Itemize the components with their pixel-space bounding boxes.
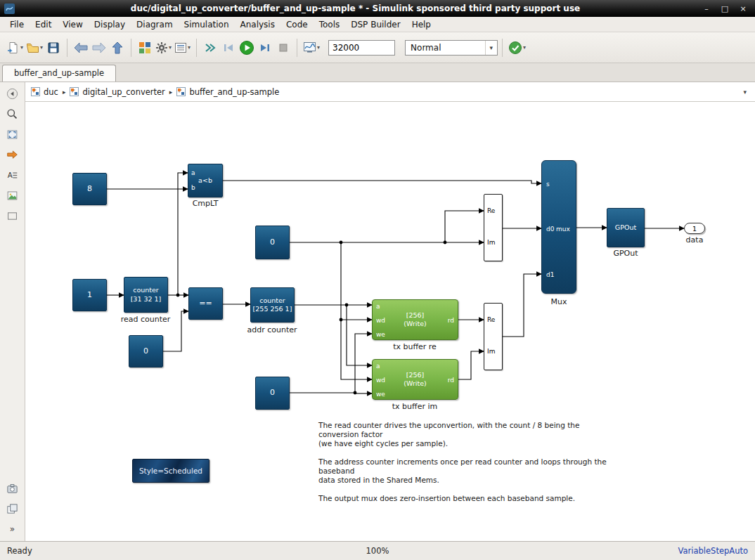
library-browser-button[interactable] [136,37,154,58]
signal-wire[interactable] [445,211,484,242]
model-canvas[interactable]: 8 a b a<b CmpLT 0 1 counter [31 [25,102,755,541]
model-explorer-button[interactable]: ▾ [173,37,192,58]
back-button[interactable] [72,37,90,58]
constant-block-0-left[interactable]: 0 [129,335,163,367]
menu-display[interactable]: Display [89,18,131,31]
open-button[interactable]: ▾ [25,37,44,58]
constant-block-1[interactable]: 1 [72,279,107,311]
scope-button[interactable]: ▾ [302,37,321,58]
menu-simulation[interactable]: Simulation [179,18,235,31]
port-label-d1: d1 [546,272,554,278]
signal-wire[interactable] [290,334,372,393]
breadcrumb-menu-button[interactable]: ▾ [740,89,749,96]
breadcrumb-label: duc [44,87,58,97]
cmplt-block[interactable]: a b a<b [188,164,223,197]
chevron-down-icon: ▾ [485,41,498,55]
up-button[interactable] [108,37,127,58]
menu-code[interactable]: Code [280,18,314,31]
maximize-button[interactable]: □ [720,4,730,13]
fast-restart-button[interactable] [201,37,219,58]
gpout-block[interactable]: GPOut [607,208,645,247]
close-button[interactable]: × [738,4,748,13]
toolbar-separator [502,39,503,57]
validate-button[interactable]: ▾ [507,37,527,58]
menu-help[interactable]: Help [406,18,437,31]
mux-block[interactable]: s d0 mux d1 [541,160,576,294]
annotation-paragraph: The output mux does zero-insertion betwe… [318,494,614,503]
menu-analysis[interactable]: Analysis [235,18,280,31]
tab-buffer-and-up-sample[interactable]: buffer_and_up-sample [2,65,116,82]
save-icon [47,41,60,54]
step-back-button[interactable] [219,37,238,58]
style-scheduled-annotation[interactable]: Style=Scheduled [132,459,209,483]
counter-line2: [255 256 1] [253,305,292,313]
constant-block-0-bottom[interactable]: 0 [255,377,290,410]
menu-tools[interactable]: Tools [314,18,346,31]
complex-combine-bottom-block[interactable]: Re Im [484,303,503,370]
block-value: 0 [129,336,162,367]
signal-wire[interactable] [341,320,372,379]
breadcrumb-item-digital-up-converter[interactable]: digital_up_converter [70,87,164,97]
annotation-text[interactable]: The read counter drives the upconvertion… [318,421,614,512]
block-value: == [189,288,222,319]
fast-restart-icon [203,41,217,54]
breadcrumb-item-duc[interactable]: duc [31,87,58,97]
signal-wire[interactable] [458,351,484,379]
fit-to-view-button[interactable] [4,126,21,142]
signal-wire[interactable] [223,181,541,183]
block-caption-mux: Mux [551,297,567,306]
port-label-im: Im [487,349,495,355]
chevron-down-icon: ▾ [20,44,23,51]
step-forward-button[interactable] [256,37,274,58]
hide-browser-button[interactable] [4,86,21,101]
read-counter-block[interactable]: counter [31 32 1] [124,277,168,313]
menu-diagram[interactable]: Diagram [131,18,179,31]
stop-button[interactable] [274,37,292,58]
shape-button[interactable] [4,208,21,223]
addr-counter-block[interactable]: counter [255 256 1] [250,287,295,323]
model-settings-button[interactable]: ▾ [154,37,173,58]
screenshot-button[interactable] [4,481,21,496]
tx-buffer-re-block[interactable]: a wd we rd [256] (Write) [372,299,458,340]
tx-buffer-im-block[interactable]: a wd we rd [256] (Write) [372,359,458,400]
image-button[interactable] [4,188,21,203]
signal-routing-button[interactable] [4,147,21,162]
signal-wire[interactable] [178,173,188,295]
signal-wire[interactable] [347,305,372,365]
forward-button[interactable] [90,37,108,58]
zoom-button[interactable] [4,106,21,122]
sim-mode-select[interactable]: Normal ▾ [405,40,498,56]
save-button[interactable] [44,37,63,58]
status-solver-link[interactable]: VariableStepAuto [678,546,748,556]
minimize-button[interactable]: – [702,4,711,13]
new-model-button[interactable]: ▾ [6,37,25,58]
outport-block[interactable]: 1 [684,223,705,234]
expand-palette-button[interactable]: » [4,521,21,537]
breadcrumb-separator-icon: ▸ [169,89,173,96]
statusbar: Ready 100% VariableStepAuto [0,541,755,560]
port-label-im: Im [487,240,495,246]
menu-view[interactable]: View [57,18,88,31]
annotation-button[interactable]: A [4,167,21,183]
run-button[interactable] [238,37,256,58]
block-caption-gpout: GPOut [613,249,638,258]
constant-block-0-top[interactable]: 0 [255,226,290,259]
constant-block-8[interactable]: 8 [72,173,107,205]
signal-wire[interactable] [503,274,541,337]
breadcrumb-item-buffer-and-up-sample[interactable]: buffer_and_up-sample [176,87,279,97]
menu-dsp-builder[interactable]: DSP Builder [345,18,406,31]
signal-wire[interactable] [341,242,372,320]
mem-line2: (Write) [404,320,427,328]
chevron-down-icon: ▾ [188,44,191,51]
stop-time-input[interactable] [328,40,395,56]
block-value: 0 [256,226,289,259]
orange-arrow-icon [6,149,18,161]
viewmarks-button[interactable] [4,501,21,516]
equals-block[interactable]: == [188,287,223,320]
breadcrumb-separator-icon: ▸ [63,89,66,96]
menu-edit[interactable]: Edit [30,18,57,31]
wire-junction [444,241,447,245]
menu-file[interactable]: File [4,18,30,31]
port-label-re: Re [487,208,495,214]
complex-combine-top-block[interactable]: Re Im [484,194,503,261]
